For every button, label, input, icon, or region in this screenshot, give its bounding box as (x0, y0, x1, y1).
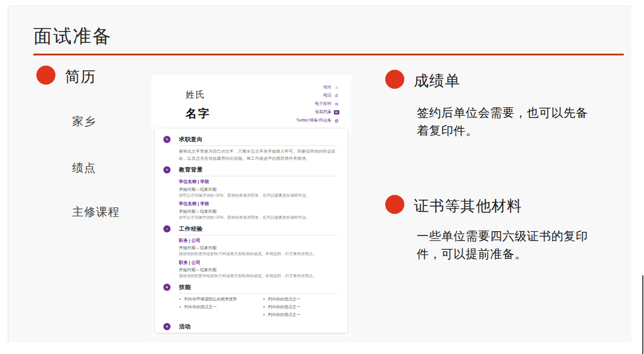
window-edge-line (642, 275, 643, 354)
objective-body: 要将此文本替换为自己的文本，只需单击文本并开始键入即可。简要说明你的职业目标，以… (179, 148, 338, 162)
activities-title: 活动 (179, 323, 338, 333)
bullet-circle-resume (36, 66, 55, 85)
list-item-major-courses: 主修课程 (72, 204, 120, 220)
experience-entry: 职务 | 公司 开始日期 – 结束日期 描述你的职责和在影响力和成果方面取得的成… (179, 237, 338, 257)
education-desc: 你可以尽情展示你的 GPA、获得的奖项和荣誉，也可以随意添加课程作业。 (179, 215, 338, 221)
contact-portfolio-label: Twitter/博客/作品集 (296, 117, 332, 123)
contact-row-portfolio: Twitter/博客/作品集 @ (296, 116, 339, 125)
resume-contact-block: 地址 ⌂ 电话 ✆ 电子邮件 ✉ 领英档案 in Twitter/博客/作品集 … (296, 83, 339, 125)
experience-dates: 开始日期 – 结束日期 (179, 244, 338, 251)
experience-dates: 开始日期 – 结束日期 (179, 266, 338, 273)
education-dates: 开始日期 – 结束日期 (179, 186, 338, 192)
page-title: 面试准备 (33, 24, 112, 49)
resume-template-image: 姓氏 名字 地址 ⌂ 电话 ✆ 电子邮件 ✉ 领英档案 in Twitter/博… (151, 75, 351, 336)
list-item-gpa: 绩点 (72, 160, 96, 176)
linkedin-icon: in (334, 110, 339, 114)
resume-last-name: 姓氏 (185, 89, 206, 101)
skills-title: 技能 (179, 284, 338, 294)
skill-item: 列出你的优点之一 (263, 296, 339, 303)
degree-school-label: 学位名称 | 学校 (179, 178, 338, 186)
contact-row-address: 地址 ⌂ (296, 83, 339, 91)
experience-desc: 描述你的职责和在影响力和成果方面取得的成就。举例说明，但尽量保持简洁。 (179, 273, 338, 280)
education-desc: 你可以尽情展示你的 GPA、获得的奖项和荣誉，也可以随意添加课程作业。 (179, 192, 338, 199)
resume-first-name: 名字 (185, 106, 210, 122)
resume-section-education: ✦ 教育背景 学位名称 | 学校 开始日期 – 结束日期 你可以尽情展示你的 G… (163, 166, 338, 221)
education-dates: 开始日期 – 结束日期 (179, 208, 338, 215)
resume-section-objective: ✎ 求职意向 要将此文本替换为自己的文本，只需单击文本并开始键入即可。简要说明你… (163, 136, 338, 162)
transcript-heading: 成绩单 (414, 71, 460, 91)
experience-title: 工作经验 (179, 225, 338, 235)
skill-item: 列出你申请该职位的相关优势 (179, 296, 255, 303)
contact-linkedin-label: 领英档案 (315, 109, 332, 115)
experience-desc: 描述你的职责和在影响力和成果方面取得的成就。举例说明，但尽量保持简洁。 (179, 251, 338, 257)
contact-email-label: 电子邮件 (315, 101, 332, 107)
list-item-hometown: 家乡 (72, 114, 96, 129)
briefcase-icon: ▪ (163, 225, 171, 232)
contact-address-label: 地址 (323, 84, 332, 90)
transcript-note: 签约后单位会需要，也可以先备着复印件。 (417, 104, 593, 139)
objective-title: 求职意向 (179, 136, 338, 146)
phone-icon: ✆ (334, 93, 339, 98)
email-icon: ✉ (334, 101, 339, 107)
contact-row-phone: 电话 ✆ (296, 91, 339, 100)
skills-icon: ★ (163, 284, 171, 291)
education-title: 教育背景 (179, 166, 338, 176)
contact-row-linkedin: 领英档案 in (296, 108, 339, 116)
contact-phone-label: 电话 (323, 92, 332, 98)
experience-entry: 职务 | 公司 开始日期 – 结束日期 描述你的职责和在影响力和成果方面取得的成… (179, 259, 338, 280)
skill-item: 列出你的优点之一 (179, 303, 255, 311)
job-company-label: 职务 | 公司 (179, 237, 338, 245)
resume-section-experience: ▪ 工作经验 职务 | 公司 开始日期 – 结束日期 描述你的职责和在影响力和成… (163, 225, 338, 280)
education-entry: 学位名称 | 学校 开始日期 – 结束日期 你可以尽情展示你的 GPA、获得的奖… (179, 178, 338, 198)
skills-columns: 列出你申请该职位的相关优势 列出你的优点之一 列出你的优点之一 列出你的优点之一… (179, 296, 338, 319)
bullet-circle-transcript (385, 70, 404, 89)
certificates-note: 一些单位需要四六级证书的复印件，可以提前准备。 (417, 227, 589, 263)
home-icon: ⌂ (334, 85, 339, 90)
degree-school-label: 学位名称 | 学校 (179, 200, 338, 208)
skill-item: 列出你的优点之一 (263, 303, 339, 311)
resume-body-sheet: ✎ 求职意向 要将此文本替换为自己的文本，只需单击文本并开始键入即可。简要说明你… (155, 129, 348, 333)
education-entry: 学位名称 | 学校 开始日期 – 结束日期 你可以尽情展示你的 GPA、获得的奖… (179, 200, 338, 221)
contact-row-email: 电子邮件 ✉ (296, 100, 339, 108)
activities-icon: ♥ (163, 323, 171, 330)
certificates-heading: 证书等其他材料 (414, 196, 522, 216)
skills-column-right: 列出你的优点之一 列出你的优点之一 列出你的优点之一 (263, 296, 339, 319)
at-sign-icon: @ (334, 118, 339, 123)
objective-icon: ✎ (163, 136, 171, 143)
job-company-label: 职务 | 公司 (179, 259, 338, 267)
skills-column-left: 列出你申请该职位的相关优势 列出你的优点之一 (179, 296, 255, 319)
title-underline-accent (33, 54, 624, 55)
bullet-circle-certificates (385, 195, 404, 214)
presentation-slide: 面试准备 简历 家乡 绩点 主修课程 姓氏 名字 地址 ⌂ 电话 ✆ 电子邮件 … (8, 5, 631, 342)
resume-section-activities: ♥ 活动 使用此部分突出展示你重要的相关兴趣和活动，以及你希望如何回馈社会。最好… (163, 323, 338, 333)
skill-item: 列出你的优点之一 (263, 311, 339, 319)
resume-heading: 简历 (65, 67, 96, 86)
resume-section-skills: ★ 技能 列出你申请该职位的相关优势 列出你的优点之一 列出你的优点之一 列出你… (163, 284, 338, 319)
education-icon: ✦ (163, 166, 171, 173)
